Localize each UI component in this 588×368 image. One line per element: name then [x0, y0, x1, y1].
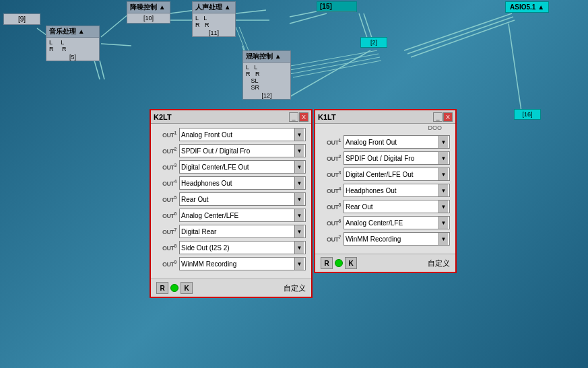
- k1lt-dialog: K1LT _ X DOO OUT1 Analog Front Out ▼ OUT…: [314, 109, 457, 273]
- k2lt-custom-label[interactable]: 自定义: [284, 283, 306, 293]
- k1lt-out1-select[interactable]: Analog Front Out ▼: [344, 135, 450, 149]
- k2lt-out6-row: OUT6 Analog Center/LFE ▼: [156, 209, 306, 222]
- svg-line-13: [94, 61, 100, 79]
- k2lt-out4-select[interactable]: Headphones Out ▼: [179, 176, 306, 190]
- k1lt-close-btn[interactable]: X: [443, 112, 453, 122]
- node-asio: ASIO5.1 ▲: [505, 1, 549, 13]
- svg-line-22: [286, 54, 379, 71]
- svg-line-9: [290, 13, 327, 24]
- svg-line-2: [101, 44, 131, 46]
- k1lt-out2-arrow[interactable]: ▼: [438, 152, 448, 164]
- k1lt-out6-row: OUT6 Analog Center/LFE ▼: [321, 216, 450, 229]
- k1lt-out1-arrow[interactable]: ▼: [438, 136, 448, 148]
- k1lt-out2-value: SPDIF Out / Digital Fro: [346, 155, 438, 162]
- k2lt-out1-row: OUT1 Analog Front Out ▼: [156, 128, 306, 141]
- k2lt-out3-row: OUT3 Digital Center/LFE Out ▼: [156, 160, 306, 174]
- k1lt-out5-label: OUT5: [321, 203, 341, 211]
- k2lt-out5-select[interactable]: Rear Out ▼: [179, 192, 306, 206]
- k1lt-out5-row: OUT5 Rear Out ▼: [321, 200, 450, 213]
- k1lt-out1-label: OUT1: [321, 138, 341, 146]
- k1lt-out5-select[interactable]: Rear Out ▼: [344, 200, 450, 213]
- k2lt-out6-arrow[interactable]: ▼: [294, 209, 304, 221]
- k2lt-title-bar: K2LT _ X: [151, 110, 311, 124]
- k1lt-out6-arrow[interactable]: ▼: [438, 217, 448, 229]
- k2lt-dialog: K2LT _ X OUT1 Analog Front Out ▼ OUT2 SP…: [150, 109, 313, 298]
- k2lt-out1-select[interactable]: Analog Front Out ▼: [179, 128, 306, 141]
- k1lt-k-btn[interactable]: K: [345, 257, 357, 269]
- k1lt-out4-row: OUT4 Headphones Out ▼: [321, 184, 450, 197]
- k2lt-out5-row: OUT5 Rear Out ▼: [156, 192, 306, 206]
- k2lt-out9-select[interactable]: WinMM Recording ▼: [179, 257, 306, 270]
- k2lt-out6-select[interactable]: Analog Center/LFE ▼: [179, 209, 306, 222]
- k2lt-out3-label: OUT3: [156, 163, 176, 171]
- k2lt-out7-row: OUT7 Digital Rear ▼: [156, 225, 306, 238]
- svg-line-15: [404, 13, 512, 50]
- k1lt-out4-arrow[interactable]: ▼: [438, 184, 448, 196]
- node-15: [15]: [317, 1, 357, 12]
- k2lt-title-buttons: _ X: [289, 112, 308, 122]
- k2lt-out8-arrow[interactable]: ▼: [294, 242, 304, 254]
- k2lt-out6-value: Analog Center/LFE: [181, 212, 294, 219]
- k2lt-out1-arrow[interactable]: ▼: [294, 128, 304, 141]
- k2lt-out1-label: OUT1: [156, 131, 176, 139]
- k2lt-out3-value: Digital Center/LFE Out: [181, 163, 294, 171]
- k2lt-out4-value: Headphones Out: [181, 180, 294, 187]
- k2lt-out7-select[interactable]: Digital Rear ▼: [179, 225, 306, 238]
- k1lt-out4-select[interactable]: Headphones Out ▼: [344, 184, 450, 197]
- node-9: [9]: [3, 13, 40, 25]
- svg-line-18: [509, 24, 522, 116]
- k2lt-out7-label: OUT7: [156, 227, 176, 235]
- k2lt-out9-arrow[interactable]: ▼: [294, 258, 304, 270]
- k2lt-out4-arrow[interactable]: ▼: [294, 177, 304, 189]
- k2lt-out8-select[interactable]: Side Out (I2S 2) ▼: [179, 241, 306, 254]
- k2lt-out2-arrow[interactable]: ▼: [294, 145, 304, 157]
- k1lt-out3-row: OUT3 Digital Center/LFE Out ▼: [321, 168, 450, 181]
- k2lt-footer: R K 自定义: [151, 279, 311, 297]
- k2lt-close-btn[interactable]: X: [299, 112, 308, 122]
- node-mix-control: 混响控制 ▲ L L R R SL SR [12]: [242, 50, 291, 100]
- k1lt-out3-arrow[interactable]: ▼: [438, 168, 448, 180]
- k1lt-out7-row: OUT7 WinMM Recording ▼: [321, 232, 450, 246]
- k2lt-out2-label: OUT2: [156, 147, 176, 155]
- k1lt-custom-label[interactable]: 自定义: [428, 258, 450, 268]
- k2lt-out4-label: OUT4: [156, 179, 176, 187]
- k2lt-out2-select[interactable]: SPDIF Out / Digital Fro ▼: [179, 144, 306, 157]
- k2lt-out3-arrow[interactable]: ▼: [294, 161, 304, 173]
- k2lt-out2-row: OUT2 SPDIF Out / Digital Fro ▼: [156, 144, 306, 157]
- k1lt-out7-select[interactable]: WinMM Recording ▼: [344, 232, 450, 246]
- svg-line-17: [411, 20, 515, 57]
- k1lt-out3-value: Digital Center/LFE Out: [346, 171, 438, 178]
- k2lt-out7-arrow[interactable]: ▼: [294, 225, 304, 237]
- k1lt-out5-arrow[interactable]: ▼: [438, 200, 448, 213]
- k2lt-out5-arrow[interactable]: ▼: [294, 193, 304, 205]
- k2lt-k-btn[interactable]: K: [181, 282, 193, 294]
- k1lt-minimize-btn[interactable]: _: [433, 112, 443, 122]
- k1lt-out3-select[interactable]: Digital Center/LFE Out ▼: [344, 168, 450, 181]
- k1lt-r-btn[interactable]: R: [321, 257, 333, 269]
- svg-line-16: [407, 17, 513, 54]
- k1lt-out4-value: Headphones Out: [346, 187, 438, 194]
- k1lt-out4-label: OUT4: [321, 186, 341, 194]
- k2lt-green-indicator: [170, 284, 178, 292]
- k2lt-out8-value: Side Out (I2S 2): [181, 244, 294, 252]
- k2lt-out3-select[interactable]: Digital Center/LFE Out ▼: [179, 160, 306, 174]
- k2lt-r-btn[interactable]: R: [156, 282, 168, 294]
- k1lt-out2-label: OUT2: [321, 154, 341, 162]
- k2lt-content: OUT1 Analog Front Out ▼ OUT2 SPDIF Out /…: [151, 124, 311, 279]
- k1lt-content: OUT1 Analog Front Out ▼ OUT2 SPDIF Out /…: [315, 131, 455, 254]
- k2lt-minimize-btn[interactable]: _: [289, 112, 298, 122]
- k1lt-out7-arrow[interactable]: ▼: [438, 233, 448, 245]
- k1lt-footer: R K 自定义: [315, 254, 455, 272]
- k1lt-out6-label: OUT6: [321, 219, 341, 227]
- k1lt-out2-row: OUT2 SPDIF Out / Digital Fro ▼: [321, 151, 450, 165]
- k2lt-out9-row: OUT9 WinMM Recording ▼: [156, 257, 306, 270]
- k2lt-footer-left: R K: [156, 282, 193, 294]
- node-16: [16]: [514, 109, 541, 120]
- k1lt-green-indicator: [335, 259, 343, 267]
- k1lt-out2-select[interactable]: SPDIF Out / Digital Fro ▼: [344, 151, 450, 165]
- k1lt-out6-select[interactable]: Analog Center/LFE ▼: [344, 216, 450, 229]
- svg-line-21: [283, 50, 377, 67]
- k1lt-title-bar: K1LT _ X: [315, 110, 455, 124]
- k1lt-out7-value: WinMM Recording: [346, 235, 438, 243]
- node-voice-processing: 人声处理 ▲ L L R R [11]: [192, 1, 236, 37]
